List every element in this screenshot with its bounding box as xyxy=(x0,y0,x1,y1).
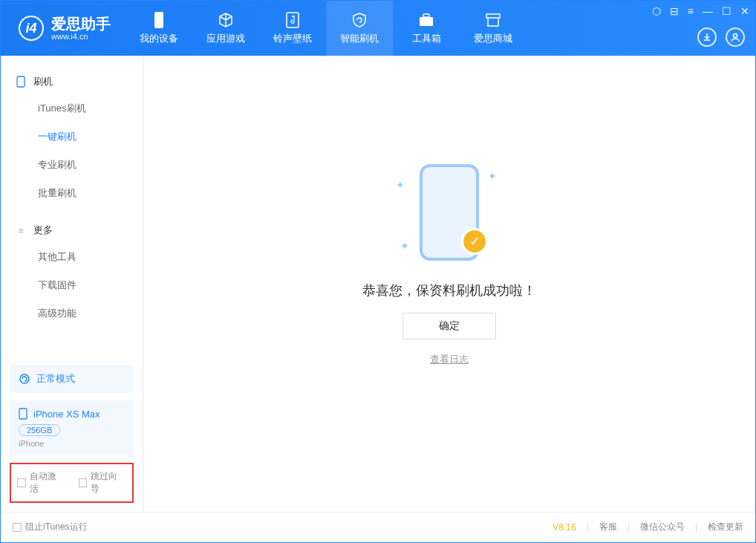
music-file-icon xyxy=(284,11,302,29)
tab-smart-flash[interactable]: 智能刷机 xyxy=(326,1,393,56)
sparkle-icon: ✦ xyxy=(400,240,409,252)
app-url: www.i4.cn xyxy=(51,32,111,41)
user-icon[interactable] xyxy=(726,27,745,47)
logo-icon: i4 xyxy=(19,16,44,41)
titlebar: i4 爱思助手 www.i4.cn 我的设备 应用游戏 铃声壁纸 智能刷机 工具… xyxy=(1,1,755,56)
section-title-label: 刷机 xyxy=(33,75,53,88)
device-mode-box[interactable]: 正常模式 xyxy=(10,365,134,393)
sidebar-item-advanced[interactable]: 高级功能 xyxy=(1,299,143,328)
phone-outline-icon xyxy=(19,408,27,420)
footer-link-update[interactable]: 检查更新 xyxy=(708,521,743,533)
footer: 阻止iTunes运行 V8.16 | 客服 | 微信公众号 | 检查更新 xyxy=(1,512,755,542)
sidebar: 刷机 iTunes刷机 一键刷机 专业刷机 批量刷机 ≡ 更多 其他工具 下载固… xyxy=(1,56,143,512)
shield-refresh-icon xyxy=(351,11,368,29)
tab-label: 我的设备 xyxy=(140,32,178,45)
check-badge-icon: ✓ xyxy=(461,228,488,255)
section-title-label: 更多 xyxy=(33,224,53,237)
main-content: ✦ ✦ ✦ ✓ 恭喜您，保资料刷机成功啦！ 确定 查看日志 xyxy=(143,56,755,512)
cube-icon xyxy=(217,11,235,29)
version-label: V8.16 xyxy=(553,522,576,533)
close-icon[interactable]: ✕ xyxy=(740,5,749,17)
logo[interactable]: i4 爱思助手 www.i4.cn xyxy=(1,16,126,41)
lock-icon[interactable]: ⊟ xyxy=(670,5,679,17)
footer-link-wechat[interactable]: 微信公众号 xyxy=(640,521,685,533)
sidebar-item-batch-flash[interactable]: 批量刷机 xyxy=(1,179,143,207)
checkbox-label: 阻止iTunes运行 xyxy=(25,521,88,533)
checkbox-label: 跳过向导 xyxy=(91,470,126,495)
maximize-icon[interactable]: ☐ xyxy=(722,5,731,17)
success-message: 恭喜您，保资料刷机成功啦！ xyxy=(362,282,536,299)
sparkle-icon: ✦ xyxy=(488,170,497,182)
svg-rect-7 xyxy=(19,409,27,419)
device-icon xyxy=(150,11,168,29)
device-info-box[interactable]: iPhone XS Max 256GB iPhone xyxy=(10,400,134,455)
sidebar-item-pro-flash[interactable]: 专业刷机 xyxy=(1,151,143,179)
device-storage-badge: 256GB xyxy=(19,424,60,436)
tab-label: 爱思商城 xyxy=(474,32,512,45)
app-name: 爱思助手 xyxy=(51,16,111,32)
sidebar-item-itunes-flash[interactable]: iTunes刷机 xyxy=(1,94,143,123)
sidebar-item-download-firmware[interactable]: 下载固件 xyxy=(1,271,143,299)
svg-point-4 xyxy=(734,34,737,38)
toolbox-icon xyxy=(417,11,435,29)
checkbox-label: 自动激活 xyxy=(30,470,65,495)
tab-label: 工具箱 xyxy=(412,32,441,45)
svg-rect-5 xyxy=(17,77,25,87)
ok-button[interactable]: 确定 xyxy=(403,313,496,339)
device-type-label: iPhone xyxy=(19,439,125,448)
tab-my-device[interactable]: 我的设备 xyxy=(126,1,192,56)
view-log-link[interactable]: 查看日志 xyxy=(430,353,469,366)
list-icon: ≡ xyxy=(16,225,26,235)
success-illustration: ✦ ✦ ✦ ✓ xyxy=(382,157,516,268)
svg-point-6 xyxy=(20,374,29,383)
flash-options-row: 自动激活 跳过向导 xyxy=(10,463,134,503)
tab-apps-games[interactable]: 应用游戏 xyxy=(192,1,259,56)
shirt-icon[interactable]: ⬡ xyxy=(652,5,661,17)
device-mode-label: 正常模式 xyxy=(36,372,75,386)
minimize-icon[interactable]: — xyxy=(703,5,713,17)
checkbox-block-itunes[interactable]: 阻止iTunes运行 xyxy=(13,521,88,533)
phone-small-icon xyxy=(16,77,26,87)
svg-rect-3 xyxy=(423,14,429,17)
tab-ringtone-wallpaper[interactable]: 铃声壁纸 xyxy=(259,1,326,56)
svg-rect-0 xyxy=(154,12,163,28)
sidebar-item-other-tools[interactable]: 其他工具 xyxy=(1,243,143,271)
device-name-label: iPhone XS Max xyxy=(33,409,100,420)
sidebar-item-oneclick-flash[interactable]: 一键刷机 xyxy=(1,123,143,151)
window-controls: ⬡ ⊟ ≡ — ☐ ✕ xyxy=(652,5,749,17)
refresh-icon xyxy=(19,373,30,385)
store-icon xyxy=(484,11,502,29)
tab-store[interactable]: 爱思商城 xyxy=(460,1,527,56)
download-icon[interactable] xyxy=(697,27,717,47)
tab-toolbox[interactable]: 工具箱 xyxy=(393,1,460,56)
nav-tabs: 我的设备 应用游戏 铃声壁纸 智能刷机 工具箱 爱思商城 xyxy=(126,1,527,56)
sparkle-icon: ✦ xyxy=(396,179,405,191)
tab-label: 铃声壁纸 xyxy=(273,32,312,45)
svg-rect-2 xyxy=(420,17,433,26)
checkbox-auto-activate[interactable]: 自动激活 xyxy=(17,470,65,495)
checkbox-skip-guide[interactable]: 跳过向导 xyxy=(79,470,127,495)
footer-link-support[interactable]: 客服 xyxy=(599,521,617,533)
tab-label: 应用游戏 xyxy=(206,32,245,45)
section-flash: 刷机 xyxy=(1,69,143,94)
tab-label: 智能刷机 xyxy=(340,32,379,45)
section-more: ≡ 更多 xyxy=(1,218,143,243)
menu-icon[interactable]: ≡ xyxy=(688,5,694,17)
